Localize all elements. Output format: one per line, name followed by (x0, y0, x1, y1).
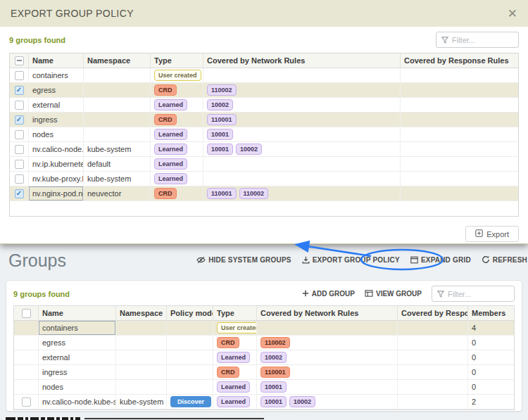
modal-filter-input[interactable] (452, 36, 513, 44)
column-header-type[interactable]: Type (151, 53, 203, 68)
column-header-response-rules[interactable]: Covered by Response R... (398, 306, 468, 320)
column-header-network-rules[interactable]: Covered by Network Rules (203, 53, 401, 68)
row-checkbox[interactable] (22, 397, 31, 407)
column-header-name[interactable]: Name (39, 306, 116, 320)
badge-learned: Learned (154, 129, 187, 140)
groups-filter[interactable] (432, 286, 515, 302)
groups-toolbar: HIDE SYSTEM GROUPS EXPORT GROUP POLICY E… (196, 255, 527, 264)
cropped-content-line (84, 418, 264, 419)
row-checkbox[interactable] (15, 101, 24, 110)
badge-learned: Learned (217, 352, 250, 363)
hide-system-groups-button[interactable]: HIDE SYSTEM GROUPS (196, 256, 291, 264)
cell-response-rules (401, 98, 518, 112)
table-row[interactable]: nv.ip.kubernetes.ddefaultLearned (10, 157, 518, 172)
badge-crd: CRD (154, 84, 177, 96)
row-checkbox[interactable] (15, 130, 24, 139)
row-checkbox[interactable] (15, 189, 24, 198)
table-row[interactable]: egressCRD110002 (10, 83, 518, 98)
groups-filter-input[interactable] (448, 290, 509, 298)
badge-rule-purple: 10001 (207, 144, 233, 155)
table-row[interactable]: ingressCRD110001 (10, 113, 518, 127)
table-row[interactable]: nv.calico-node.kube-syskube-systemDiscov… (14, 395, 514, 409)
table-row[interactable]: nv.calico-node.kubkube-systemLearned1000… (10, 142, 518, 157)
cell-network-rules (257, 321, 398, 335)
plus-icon (302, 290, 309, 298)
cell-namespace: kube-system (84, 142, 151, 156)
cell-policy-mode (167, 365, 213, 379)
badge-rule-purple: 10002 (207, 99, 233, 110)
modal-table-header: Name Namespace Type Covered by Network R… (10, 53, 518, 68)
export-button[interactable]: Export (465, 226, 519, 242)
row-checkbox[interactable] (15, 145, 24, 154)
column-header-type[interactable]: Type (213, 306, 257, 320)
cell-type: Learned (151, 98, 203, 112)
badge-user: User created (217, 322, 257, 333)
table-row[interactable]: containersUser created4 (14, 321, 514, 336)
expand-grid-button[interactable]: EXPAND GRID (410, 256, 471, 264)
table-row[interactable]: nodesLearned10001 (10, 127, 518, 142)
cell-namespace (116, 321, 167, 335)
cell-response-rules (398, 321, 468, 335)
table-row[interactable]: nv.nginx-pod.neuvneuvectorCRD11000111000… (10, 186, 518, 201)
cell-name: nv.calico-node.kub (29, 142, 84, 156)
modal-filter[interactable] (436, 32, 519, 48)
cell-name: external (39, 350, 116, 364)
modal-header: EXPORT GROUP POLICY ✕ (0, 0, 528, 27)
column-header-namespace[interactable]: Namespace (84, 53, 151, 68)
table-cell (10, 68, 29, 82)
cell-type: Learned (151, 127, 203, 141)
badge-crd: CRD (154, 188, 177, 199)
table-cell (10, 83, 29, 97)
badge-crd: CRD (154, 114, 177, 125)
cell-name: ingress (39, 365, 116, 379)
refresh-button[interactable]: REFRESH (482, 255, 527, 264)
column-header-policy-mode[interactable]: Policy mode (167, 306, 213, 320)
cell-name: nodes (29, 127, 84, 141)
table-row[interactable]: containersUser created (10, 68, 518, 83)
cell-type: CRD (151, 113, 203, 127)
badge-learned: Learned (154, 144, 187, 155)
row-checkbox[interactable] (15, 71, 24, 80)
cell-response-rules (398, 365, 468, 379)
cell-namespace: kube-system (84, 172, 151, 186)
table-row[interactable]: nv.kube-proxy.kubkube-systemLearned (10, 172, 518, 186)
cell-network-rules: 110002 (203, 83, 401, 97)
close-icon[interactable]: ✕ (508, 8, 517, 20)
grid-icon (365, 290, 373, 298)
select-all-checkbox[interactable] (15, 56, 24, 65)
cell-type: Learned (213, 395, 257, 409)
cell-name: nv.ip.kubernetes.d (29, 157, 84, 171)
export-group-policy-button[interactable]: EXPORT GROUP POLICY (302, 256, 400, 264)
add-group-button[interactable]: ADD GROUP (302, 290, 355, 298)
cell-members: 4 (468, 321, 514, 335)
badge-learned: Learned (154, 99, 187, 110)
row-checkbox[interactable] (15, 86, 24, 95)
table-row[interactable]: egressCRD1100020 (14, 336, 514, 350)
table-cell (10, 142, 29, 156)
groups-table: Name Namespace Policy mode Type Covered … (13, 305, 515, 410)
table-cell (10, 186, 29, 201)
column-header-response-rules[interactable]: Covered by Response Rules (401, 53, 518, 68)
select-all-checkbox[interactable] (22, 309, 31, 318)
table-row[interactable]: externalLearned10002 (10, 98, 518, 113)
row-checkbox[interactable] (15, 115, 24, 125)
view-group-button[interactable]: VIEW GROUP (365, 290, 422, 298)
funnel-icon (437, 288, 444, 300)
badge-rule-purple: 110002 (207, 84, 237, 96)
cell-namespace (116, 350, 167, 364)
column-header-name[interactable]: Name (29, 53, 84, 68)
row-checkbox[interactable] (15, 174, 24, 184)
table-row[interactable]: externalLearned100020 (14, 350, 514, 365)
cell-policy-mode (167, 321, 213, 335)
column-header-namespace[interactable]: Namespace (116, 306, 167, 320)
column-header-members[interactable]: Members (468, 306, 514, 320)
row-checkbox[interactable] (15, 160, 24, 169)
cell-response-rules (401, 142, 518, 156)
column-header-network-rules[interactable]: Covered by Network Rules (257, 306, 398, 320)
modal-table: Name Namespace Type Covered by Network R… (9, 53, 519, 217)
eye-off-icon (196, 256, 206, 264)
table-row[interactable]: ingressCRD1100010 (14, 365, 514, 380)
cell-response-rules (401, 68, 518, 82)
badge-learned: Learned (217, 381, 250, 393)
table-row[interactable]: nodesLearned100010 (14, 380, 514, 395)
